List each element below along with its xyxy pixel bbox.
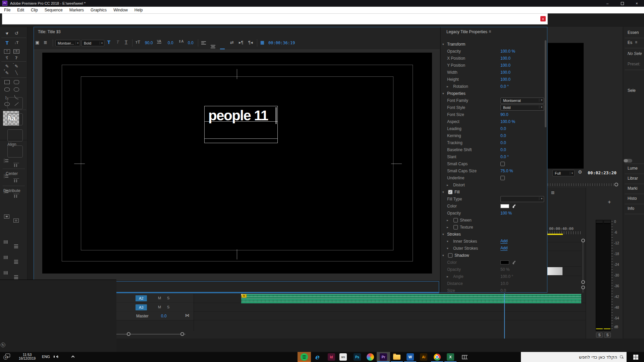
meter-solo-button[interactable]: S xyxy=(604,333,611,338)
notification-center-icon[interactable]: 5 xyxy=(5,354,10,357)
tool-rotation[interactable]: ↺ xyxy=(12,29,21,37)
taskbar-app-photo-pinwheel[interactable] xyxy=(364,352,377,362)
work-area-bar[interactable] xyxy=(547,234,563,235)
audio-clip-a2[interactable] xyxy=(241,298,581,303)
panel-tab-es[interactable]: Es xyxy=(628,40,632,45)
font-style-dropdown[interactable]: Bold▾ xyxy=(82,40,104,46)
leading-value[interactable]: 0.0 xyxy=(188,41,194,45)
align-vertical-top[interactable] xyxy=(13,163,19,167)
font-family-dropdown[interactable]: Montser...▾ xyxy=(55,40,80,46)
title-text[interactable]: people 11 xyxy=(208,108,268,124)
tool-convert-anchor[interactable]: ╲ xyxy=(12,69,21,76)
prop-value-distance[interactable]: 10.0 xyxy=(500,281,508,286)
distribute-horizontal-left[interactable] xyxy=(3,240,9,244)
taskbar-app-photoshop[interactable]: Ps xyxy=(351,352,364,362)
eyedropper-icon[interactable] xyxy=(512,260,516,264)
background-video-timecode[interactable]: 00:00:36:19 xyxy=(268,41,295,45)
properties-scrollbar[interactable] xyxy=(545,40,546,127)
chevron-down-icon[interactable]: ▾ xyxy=(442,92,444,95)
find-bar[interactable] xyxy=(2,13,548,24)
taskbar-app-indesign[interactable]: Id xyxy=(325,352,338,362)
taskbar-app-premiere[interactable]: Pr xyxy=(377,352,390,362)
essential-preset-button[interactable] xyxy=(7,129,23,141)
panel-tab-histo[interactable]: Histo xyxy=(628,196,637,201)
taskbar-search-box[interactable]: הקלד כאן כדי לחפש xyxy=(521,352,627,362)
prop-value-tracking[interactable]: 0.0 xyxy=(500,140,506,145)
checkbox-small-caps[interactable] xyxy=(500,162,505,166)
prop-value-size[interactable]: 0.0 xyxy=(500,288,506,293)
chevron-down-icon[interactable]: ▾ xyxy=(442,254,444,257)
scrollbar-handle[interactable] xyxy=(127,332,130,336)
scrollbar-handle[interactable] xyxy=(581,286,585,289)
prop-value-opacity[interactable]: 100 % xyxy=(500,211,512,216)
minimize-button[interactable]: – xyxy=(600,0,615,7)
taskbar-app-chrome[interactable] xyxy=(430,352,444,362)
prop-value-opacity[interactable]: 50 % xyxy=(500,267,509,272)
master-meter-icon[interactable]: ⋈ xyxy=(185,313,190,318)
tool-add-anchor-pen[interactable]: ✎+ xyxy=(3,69,11,76)
center-center-horizontal[interactable] xyxy=(4,215,9,219)
program-monitor-video[interactable] xyxy=(548,43,584,169)
mute-button[interactable]: M xyxy=(158,296,161,300)
find-bar-close-button[interactable]: x xyxy=(540,16,546,21)
prop-value-aspect[interactable]: 100.0 % xyxy=(500,119,515,124)
menu-markers[interactable]: Markers xyxy=(69,7,85,13)
tool-type[interactable]: T xyxy=(3,39,11,46)
scrollbar-handle[interactable] xyxy=(581,280,585,284)
tool-area-type[interactable]: T xyxy=(3,48,11,55)
font-size-value[interactable]: 90.0 xyxy=(145,41,153,45)
taskbar-app-illustrator[interactable]: Ai xyxy=(417,352,430,362)
panel-menu-icon[interactable]: ≡ xyxy=(635,40,637,45)
tool-selection[interactable]: ➤ xyxy=(3,29,11,37)
taskbar-app-spotify[interactable] xyxy=(298,352,311,362)
chevron-right-icon[interactable]: ▸ xyxy=(447,275,448,278)
title-templates-icon[interactable]: ▣ xyxy=(35,40,39,45)
chevron-down-icon[interactable]: ▾ xyxy=(447,240,448,243)
menu-window[interactable]: Window xyxy=(113,7,128,13)
close-button[interactable]: × xyxy=(630,0,644,7)
volume-icon[interactable]: ) xyxy=(54,355,59,358)
tool-vertical-path-type[interactable]: T xyxy=(12,54,21,62)
align-vertical-bottom[interactable] xyxy=(13,194,19,198)
prop-value-y-position[interactable]: 100.0 xyxy=(500,63,511,68)
type-direction-rtl-icon[interactable]: ¶◂ xyxy=(248,40,253,45)
add-stroke-link[interactable]: Add xyxy=(500,239,507,244)
menu-help[interactable]: Help xyxy=(134,7,144,13)
eyedropper-icon[interactable] xyxy=(512,204,516,208)
clock[interactable]: 11:53 16/12/2019 xyxy=(15,353,39,360)
tool-rounded-rectangle[interactable] xyxy=(12,78,21,86)
start-button[interactable] xyxy=(627,352,644,362)
monitor-zoom-dropdown[interactable]: Full▾ xyxy=(552,170,575,176)
menu-edit[interactable]: Edit xyxy=(16,7,25,13)
taskbar-app-word[interactable]: W xyxy=(404,352,417,362)
panel-tab-marki[interactable]: Marki xyxy=(628,186,637,191)
chevron-down-icon[interactable]: ▾ xyxy=(442,190,444,194)
kerning-value[interactable]: 0.0 xyxy=(168,41,173,45)
panel-tab-librar[interactable]: Librar xyxy=(628,176,638,181)
checkbox-sheen[interactable] xyxy=(453,218,458,222)
prop-value-leading[interactable]: 0.0 xyxy=(500,126,506,131)
align-vertical-center[interactable] xyxy=(13,178,19,183)
scrollbar-handle[interactable] xyxy=(614,183,618,186)
show-background-video-icon[interactable]: ▦ xyxy=(260,40,264,45)
distribute-vertical-bottom[interactable] xyxy=(13,275,19,279)
add-stroke-link[interactable]: Add xyxy=(500,246,507,251)
dropdown-fill-type[interactable]: ▾ xyxy=(500,196,544,202)
prop-value-slant[interactable]: 0.0 ° xyxy=(500,155,509,159)
playhead[interactable] xyxy=(504,293,505,339)
panel-tab-info[interactable]: Info xyxy=(628,206,634,211)
panel-toggle-pill[interactable] xyxy=(624,159,632,163)
essential-preset-button[interactable] xyxy=(7,97,23,109)
tool-clipped-corner-rectangle[interactable] xyxy=(3,86,11,93)
italic-button[interactable]: T xyxy=(116,40,119,45)
track-badge-a3[interactable]: A3 xyxy=(136,304,147,310)
taskbar-app-media-player-classic[interactable]: 321 xyxy=(336,352,350,362)
panel-tab-no-sele[interactable]: No Sele xyxy=(628,51,642,56)
prop-value-x-position[interactable]: 100.0 xyxy=(500,56,511,61)
center-center-vertical[interactable] xyxy=(13,219,19,223)
checkbox-shadow[interactable] xyxy=(448,253,452,257)
prop-value-height[interactable]: 100.0 xyxy=(500,77,511,82)
master-volume-value[interactable]: 0.0 xyxy=(161,314,167,318)
solo-button[interactable]: S xyxy=(167,305,169,309)
panel-tab-essen[interactable]: Essen xyxy=(628,30,639,35)
